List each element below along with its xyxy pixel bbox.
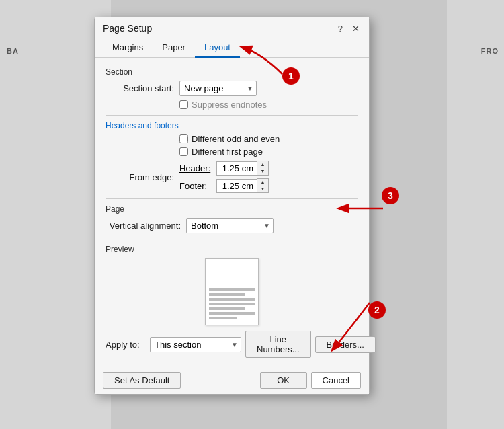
header-up-btn[interactable]: ▲ — [257, 161, 268, 168]
different-first-page-label: Different first page — [192, 147, 263, 157]
vertical-alignment-dropdown-wrap: Bottom Top Center Justified ▼ — [186, 218, 274, 233]
from-edge-row: From edge: Header: 1.25 cm ▲ ▼ Footer: — [106, 161, 358, 193]
preview-line-6 — [209, 312, 255, 315]
set-as-default-button[interactable]: Set As Default — [103, 372, 181, 389]
action-row: Set As Default OK Cancel — [95, 366, 369, 394]
borders-button[interactable]: Borders... — [315, 336, 376, 353]
tab-bar: Margins Paper Layout — [95, 38, 369, 58]
section-group-label: Section — [106, 67, 358, 77]
vertical-alignment-label: Vertical alignment: — [106, 221, 186, 231]
preview-line-5 — [209, 307, 245, 310]
section-start-row: Section start: New page Continuous Even … — [106, 81, 358, 96]
title-bar-controls: ? ✕ — [337, 24, 361, 34]
tab-paper[interactable]: Paper — [153, 38, 195, 58]
section-start-dropdown-wrap: New page Continuous Even page Odd page ▼ — [179, 81, 257, 96]
different-first-page-checkbox[interactable] — [179, 147, 188, 156]
ok-button[interactable]: OK — [260, 372, 307, 389]
header-label: Header: — [179, 163, 213, 173]
headers-footers-label: Headers and footers — [106, 121, 358, 130]
apply-to-dropdown-wrap: This section Whole document This point f… — [150, 337, 241, 352]
preview-line-4 — [209, 303, 255, 305]
footer-label: Footer: — [179, 181, 213, 191]
suppress-endnotes-label: Suppress endnotes — [192, 100, 267, 110]
divider-2 — [106, 198, 358, 199]
section-start-label: Section start: — [106, 83, 179, 93]
header-spinner: 1.25 cm ▲ ▼ — [216, 161, 269, 176]
cancel-button[interactable]: Cancel — [311, 372, 361, 389]
footer-up-btn[interactable]: ▲ — [257, 179, 268, 186]
different-odd-even-label: Different odd and even — [192, 134, 280, 144]
edge-inputs: Header: 1.25 cm ▲ ▼ Footer: 1.25 cm — [179, 161, 269, 193]
different-first-page-row: Different first page — [179, 147, 358, 157]
bg-label-left: BA — [0, 47, 19, 55]
preview-line-7 — [209, 317, 237, 319]
preview-label: Preview — [106, 245, 358, 254]
footer-spinner: 1.25 cm ▲ ▼ — [216, 178, 269, 193]
doc-strip-right: FRO — [447, 0, 504, 429]
dialog-title: Page Setup — [103, 23, 152, 34]
apply-to-row: Apply to: This section Whole document Th… — [106, 331, 358, 358]
different-odd-even-checkbox[interactable] — [179, 134, 188, 143]
footer-input[interactable]: 1.25 cm — [216, 179, 257, 193]
vertical-alignment-select[interactable]: Bottom Top Center Justified — [186, 218, 274, 233]
from-edge-label: From edge: — [106, 172, 179, 182]
page-setup-dialog: Page Setup ? ✕ Margins Paper Layout Sect… — [94, 17, 370, 395]
dialog-body: Section Section start: New page Continuo… — [95, 58, 369, 366]
help-button[interactable]: ? — [337, 24, 344, 34]
different-odd-even-row: Different odd and even — [179, 134, 358, 144]
header-row: Header: 1.25 cm ▲ ▼ — [179, 161, 269, 176]
header-down-btn[interactable]: ▼ — [257, 168, 268, 175]
footer-down-btn[interactable]: ▼ — [257, 186, 268, 192]
tab-margins[interactable]: Margins — [103, 38, 153, 58]
title-bar: Page Setup ? ✕ — [95, 17, 369, 38]
suppress-endnotes-row: Suppress endnotes — [179, 100, 358, 110]
apply-to-label: Apply to: — [106, 340, 146, 350]
ok-cancel-group: OK Cancel — [260, 372, 361, 389]
page-group-label: Page — [106, 204, 358, 214]
footer-spinner-btns: ▲ ▼ — [257, 178, 269, 193]
footer-row: Footer: 1.25 cm ▲ ▼ — [179, 178, 269, 193]
close-button[interactable]: ✕ — [351, 24, 361, 34]
tab-layout[interactable]: Layout — [195, 38, 240, 58]
header-spinner-btns: ▲ ▼ — [257, 161, 269, 176]
section-start-select[interactable]: New page Continuous Even page Odd page — [179, 81, 257, 96]
suppress-endnotes-checkbox[interactable] — [179, 100, 188, 109]
preview-line-3 — [209, 298, 255, 301]
line-numbers-button[interactable]: Line Numbers... — [245, 331, 311, 358]
divider-1 — [106, 115, 358, 116]
divider-3 — [106, 239, 358, 239]
preview-box — [205, 258, 259, 325]
vertical-alignment-row: Vertical alignment: Bottom Top Center Ju… — [106, 218, 358, 233]
bg-label-right: FRO — [481, 47, 499, 55]
apply-to-select[interactable]: This section Whole document This point f… — [150, 337, 241, 352]
preview-line-1 — [209, 288, 255, 291]
preview-line-2 — [209, 293, 245, 296]
header-input[interactable]: 1.25 cm — [216, 161, 257, 176]
